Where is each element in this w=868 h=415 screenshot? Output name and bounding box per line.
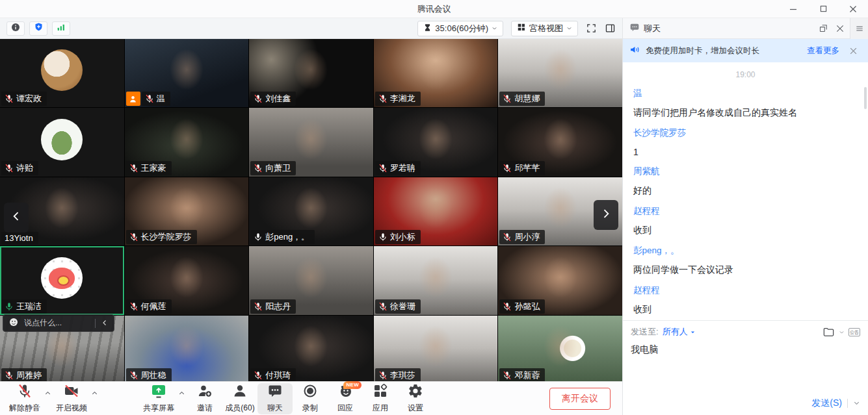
minimize-button[interactable] bbox=[778, 0, 808, 18]
file-folder-icon[interactable] bbox=[822, 326, 835, 338]
mic-muted-icon bbox=[503, 233, 512, 242]
participant-name: 温 bbox=[157, 93, 165, 105]
chat-composer: 发送至: 所有人 公告 我电脑 发送(S) bbox=[623, 320, 868, 415]
participant-label: 罗若聃 bbox=[375, 161, 421, 175]
participant-tile[interactable]: 胡慧娜 bbox=[498, 39, 622, 107]
participant-tile[interactable]: 何佩莲 bbox=[125, 246, 249, 314]
participant-tile[interactable]: 刘佳鑫 bbox=[249, 39, 373, 107]
participant-tile[interactable]: 徐誉珊 bbox=[374, 246, 498, 314]
participant-name: 刘佳鑫 bbox=[265, 93, 291, 105]
participant-tile[interactable]: 李琪莎 bbox=[374, 316, 498, 381]
tencent-meeting-window: 腾讯会议 bbox=[0, 0, 868, 415]
banner-close-icon[interactable] bbox=[845, 40, 861, 61]
chat-message: 温 请同学们把用户名修改成自己的真实姓名 bbox=[633, 88, 858, 119]
message-input[interactable]: 我电脑 bbox=[623, 343, 868, 392]
participant-tile[interactable]: 谭宏政 bbox=[0, 39, 124, 107]
participant-label: 温 bbox=[126, 92, 170, 106]
send-to-label: 发送至: bbox=[631, 326, 659, 338]
send-button[interactable]: 发送(S) bbox=[811, 397, 842, 409]
fullscreen-button[interactable] bbox=[586, 23, 597, 34]
participant-tile[interactable]: 邓新蓉 bbox=[498, 316, 622, 381]
settings-button[interactable]: 设置 bbox=[398, 383, 433, 414]
caret-down-icon bbox=[566, 23, 572, 33]
participant-label: 向萧卫 bbox=[250, 161, 296, 175]
caret-down-icon bbox=[690, 329, 696, 335]
participant-tile[interactable]: 长沙学院罗莎 bbox=[125, 177, 249, 245]
message-text: 收到 bbox=[633, 304, 858, 316]
share-options-chevron[interactable] bbox=[177, 389, 186, 398]
message-sender: 赵程程 bbox=[633, 284, 858, 296]
participant-name: 长沙学院罗莎 bbox=[141, 231, 192, 243]
participant-tile[interactable]: 王瑞洁 bbox=[0, 246, 124, 314]
quick-chat-placeholder[interactable]: 说点什么... bbox=[24, 318, 90, 329]
participant-name: 阳志丹 bbox=[265, 301, 291, 312]
collapse-chevron-icon[interactable] bbox=[101, 318, 109, 329]
participant-tile[interactable]: 付琪琦 bbox=[249, 316, 373, 381]
mic-muted-icon bbox=[503, 371, 512, 380]
send-to-select[interactable]: 所有人 bbox=[663, 326, 696, 338]
meeting-timer-button[interactable]: 35:06(60分钟) bbox=[417, 21, 503, 36]
participant-name: 罗若聃 bbox=[390, 162, 415, 174]
scrollbar[interactable] bbox=[864, 87, 867, 109]
participant-tile[interactable]: 温 bbox=[125, 39, 249, 107]
mic-on-icon bbox=[254, 233, 263, 242]
apps-button[interactable]: 应用 bbox=[363, 383, 398, 414]
share-screen-label: 共享屏幕 bbox=[143, 403, 174, 414]
participant-tile[interactable]: 诗贻 bbox=[0, 108, 124, 176]
participant-label: 邓新蓉 bbox=[499, 368, 545, 381]
quick-chat-bar[interactable]: 说点什么... bbox=[3, 314, 114, 332]
chat-message: 赵程程 收到 bbox=[633, 205, 858, 236]
composer-footer: 发送(S) bbox=[623, 392, 868, 415]
meeting-info-button[interactable] bbox=[7, 21, 25, 36]
chevron-left-icon bbox=[10, 210, 23, 225]
mic-muted-icon bbox=[5, 164, 14, 173]
meeting-security-button[interactable] bbox=[29, 21, 47, 36]
prev-page-button[interactable] bbox=[4, 203, 29, 233]
participant-tile[interactable]: 刘小标 bbox=[374, 177, 498, 245]
close-button[interactable] bbox=[838, 0, 868, 18]
view-mode-button[interactable]: 宫格视图 bbox=[511, 21, 578, 36]
participant-label: 诗贻 bbox=[1, 161, 38, 175]
participant-label: 周小淳 bbox=[499, 230, 545, 244]
message-sender: 彭peng，。 bbox=[633, 245, 858, 257]
invite-button[interactable]: 邀请 bbox=[187, 383, 222, 414]
audio-options-chevron[interactable] bbox=[43, 389, 52, 398]
participant-tile[interactable]: 王家豪 bbox=[125, 108, 249, 176]
popout-icon[interactable] bbox=[815, 18, 832, 39]
participant-tile[interactable]: 周壮稳 bbox=[125, 316, 249, 381]
participant-name: 周雅婷 bbox=[16, 370, 42, 381]
share-screen-button[interactable]: 共享屏幕 bbox=[140, 383, 177, 414]
see-more-link[interactable]: 查看更多 bbox=[807, 45, 839, 57]
chat-button[interactable]: 聊天 bbox=[257, 383, 293, 414]
video-options-chevron[interactable] bbox=[90, 389, 99, 398]
participant-tile[interactable]: 彭peng，。 bbox=[249, 177, 373, 245]
file-options-chevron-icon[interactable] bbox=[839, 329, 845, 335]
participant-tile[interactable]: 向萧卫 bbox=[249, 108, 373, 176]
start-video-button[interactable]: 开启视频 bbox=[53, 383, 90, 414]
emoji-icon[interactable] bbox=[8, 317, 19, 330]
participant-tile[interactable]: 孙懿弘 bbox=[498, 246, 622, 314]
record-button[interactable]: 录制 bbox=[293, 383, 328, 414]
mic-muted-icon bbox=[503, 302, 512, 311]
maximize-button[interactable] bbox=[808, 0, 838, 18]
menu-icon[interactable] bbox=[850, 18, 868, 39]
leave-meeting-button[interactable]: 离开会议 bbox=[549, 388, 611, 410]
participant-label: 周壮稳 bbox=[126, 368, 172, 381]
reactions-button[interactable]: NEW 回应 bbox=[328, 383, 363, 414]
send-options-chevron-icon[interactable] bbox=[853, 397, 860, 409]
unmute-button[interactable]: 解除静音 bbox=[7, 383, 43, 414]
video-grid: 说点什么... 谭宏政 bbox=[0, 39, 622, 381]
participant-tile[interactable]: 罗若聃 bbox=[374, 108, 498, 176]
side-panel-toggle-button[interactable] bbox=[605, 23, 616, 34]
participant-name: 王家豪 bbox=[141, 162, 166, 174]
members-button[interactable]: 成员(60) bbox=[222, 383, 257, 414]
participant-label: 彭peng，。 bbox=[250, 230, 315, 244]
meeting-area: 35:06(60分钟) 宫格视图 bbox=[0, 18, 622, 415]
chat-close-icon[interactable] bbox=[832, 18, 848, 39]
next-page-button[interactable] bbox=[594, 200, 618, 230]
participant-tile[interactable]: 邱芊芊 bbox=[498, 108, 622, 176]
participant-tile[interactable]: 李湘龙 bbox=[374, 39, 498, 107]
announcement-icon[interactable]: 公告 bbox=[848, 328, 860, 336]
participant-tile[interactable]: 阳志丹 bbox=[249, 246, 373, 314]
network-signal-button[interactable] bbox=[52, 21, 70, 36]
